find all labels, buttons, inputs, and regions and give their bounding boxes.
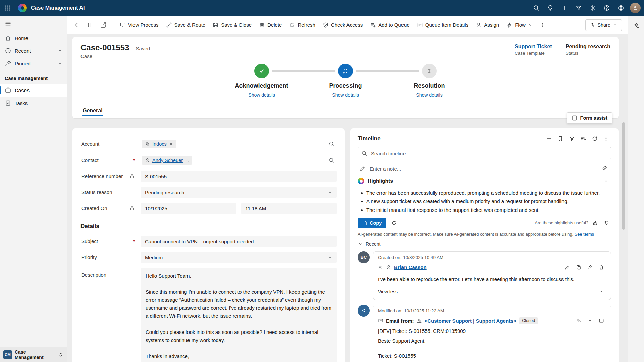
copy-highlights-button[interactable]: Copy <box>358 218 386 228</box>
timeline-search-input[interactable] <box>370 150 607 157</box>
account-lookup-field[interactable]: Indocs <box>141 138 337 150</box>
sidebar-item-home[interactable]: Home <box>0 32 67 44</box>
show-details-link[interactable]: Show details <box>248 92 275 98</box>
building-icon <box>417 318 422 323</box>
lookup-search-icon[interactable] <box>329 141 335 147</box>
assign-button[interactable]: Assign <box>472 19 502 31</box>
app-logo-icon <box>18 4 27 12</box>
attachment-paperclip-icon[interactable] <box>599 164 609 174</box>
waffle-menu-icon[interactable] <box>0 0 15 16</box>
pin-note-icon[interactable] <box>585 263 595 272</box>
description-textarea[interactable]: Hello Support Team, Since this morning I… <box>141 268 337 362</box>
copilot-panel-button[interactable] <box>630 19 642 32</box>
details-section-heading: Details <box>80 223 337 230</box>
bookmark-icon[interactable] <box>555 134 566 144</box>
expand-entry-icon[interactable] <box>585 316 595 325</box>
save-close-button[interactable]: Save & Close <box>209 19 255 31</box>
share-button[interactable]: Share <box>585 19 622 31</box>
reply-icon[interactable] <box>574 316 583 325</box>
lookup-search-icon[interactable] <box>329 157 335 163</box>
stage-active-sync-icon[interactable] <box>338 64 353 78</box>
view-less-link[interactable]: View less <box>378 289 398 294</box>
settings-gear-icon[interactable] <box>586 0 600 16</box>
show-details-link[interactable]: Show details <box>332 92 359 98</box>
person-icon <box>476 22 482 28</box>
trash-icon <box>259 22 265 28</box>
email-card[interactable]: Modified on: 10/1/2025 11:22 AM Email fr… <box>373 305 611 362</box>
account-link[interactable]: Indocs <box>152 141 167 147</box>
lightbulb-icon[interactable] <box>543 0 557 16</box>
created-date-value[interactable]: 10/1/2025 <box>141 203 236 214</box>
collapse-entry-icon[interactable] <box>597 287 606 296</box>
add-icon[interactable] <box>557 0 572 16</box>
note-card[interactable]: Created on: 10/8/2025 10:49 AM Brian Cas… <box>373 251 611 300</box>
regenerate-highlights-icon[interactable] <box>389 218 399 228</box>
field-description: Description Hello Support Team, Since th… <box>80 268 337 362</box>
timeline-search <box>358 147 611 159</box>
search-icon[interactable] <box>529 0 543 16</box>
subject-input[interactable]: Cannot connect to VPN – urgent support n… <box>141 236 337 247</box>
sidebar-item-cases[interactable]: Cases <box>0 84 67 97</box>
stage-pending-hourglass-icon[interactable] <box>422 64 437 78</box>
chevron-down-icon[interactable] <box>57 48 63 53</box>
check-access-button[interactable]: Check Access <box>319 19 366 31</box>
save-route-button[interactable]: Save & Route <box>163 19 209 31</box>
vertical-scrollbar[interactable] <box>622 122 625 230</box>
remove-account-icon[interactable] <box>169 142 173 146</box>
timeline-more-icon[interactable] <box>601 134 611 144</box>
edit-note-icon[interactable] <box>562 263 572 272</box>
chevron-down-icon[interactable] <box>57 61 63 66</box>
view-process-button[interactable]: View Process <box>116 19 162 31</box>
timeline-refresh-icon[interactable] <box>590 134 600 144</box>
user-avatar[interactable] <box>630 3 641 13</box>
form-assist-button[interactable]: Form assist <box>567 112 612 124</box>
ai-disclaimer: AI-generated content may be incorrect. M… <box>358 232 611 237</box>
tab-general[interactable]: General <box>80 108 105 118</box>
popout-icon[interactable] <box>97 19 109 31</box>
delete-button[interactable]: Delete <box>256 19 285 31</box>
stage-complete-check-icon[interactable] <box>254 64 269 78</box>
refresh-button[interactable]: Refresh <box>286 19 319 31</box>
sidebar-item-recent[interactable]: Recent <box>0 44 67 57</box>
add-to-queue-button[interactable]: Add to Queue <box>367 19 413 31</box>
chevron-down-icon[interactable] <box>358 241 363 247</box>
thumbs-up-icon[interactable] <box>591 219 600 227</box>
timeline-add-icon[interactable] <box>544 134 554 144</box>
email-sender-link[interactable]: <Customer Support | Support Agents> <box>425 318 517 324</box>
note-input[interactable] <box>369 166 596 172</box>
filter-icon[interactable] <box>572 0 586 16</box>
priority-select[interactable]: Medium <box>141 252 337 263</box>
sidebar-item-pinned[interactable]: Pinned <box>0 57 67 70</box>
reading-pane-icon[interactable] <box>85 19 97 31</box>
thumbs-down-icon[interactable] <box>602 219 611 227</box>
queue-item-details-button[interactable]: Queue Item Details <box>414 19 472 31</box>
contact-link[interactable]: Andy Scheuer <box>152 158 183 163</box>
collapse-highlights-icon[interactable] <box>601 176 611 186</box>
status-reason-select[interactable]: Pending research <box>141 187 337 198</box>
email-from-label: Email from: <box>386 318 414 324</box>
created-time-value[interactable]: 11:18 AM <box>241 203 337 214</box>
flow-button[interactable]: Flow <box>503 19 536 31</box>
back-icon[interactable] <box>72 19 84 31</box>
sidebar-item-tasks[interactable]: Tasks <box>0 97 67 109</box>
email-body: Beste Support Agent, Ticket: S-001555 Pr… <box>378 337 606 362</box>
environment-picker[interactable]: CM Case Management <box>0 347 67 362</box>
more-commands-icon[interactable] <box>537 19 549 31</box>
remove-contact-icon[interactable] <box>185 158 189 162</box>
delete-note-icon[interactable] <box>597 263 606 272</box>
copy-note-icon[interactable] <box>574 263 583 272</box>
timeline-filter-icon[interactable] <box>567 134 577 144</box>
help-icon[interactable] <box>600 0 614 16</box>
case-template-value[interactable]: Support Ticket <box>515 44 552 50</box>
sort-icon[interactable] <box>578 134 588 144</box>
show-details-link[interactable]: Show details <box>416 92 442 98</box>
timeline-panel: Timeline <box>350 128 619 362</box>
open-record-icon[interactable] <box>597 316 606 325</box>
note-author-link[interactable]: Brian Casson <box>394 264 427 270</box>
globe-icon[interactable] <box>614 0 628 16</box>
reference-number-value[interactable]: S-001555 <box>141 171 337 182</box>
hamburger-menu-icon[interactable] <box>0 16 67 32</box>
see-terms-link[interactable]: See terms <box>575 232 594 237</box>
lock-icon <box>129 174 135 179</box>
contact-lookup-field[interactable]: Andy Scheuer <box>141 155 337 166</box>
